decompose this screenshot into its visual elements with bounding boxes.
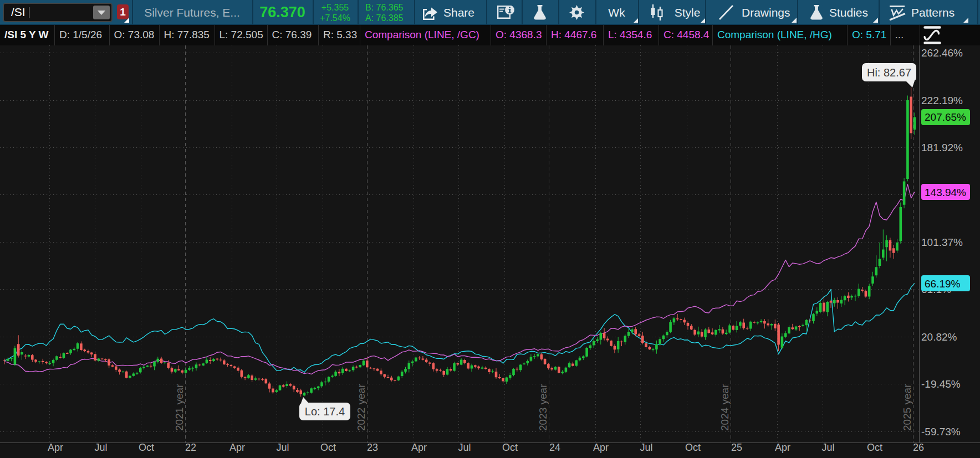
svg-text:25: 25 — [731, 442, 742, 453]
svg-text:23: 23 — [367, 442, 378, 453]
svg-text:Jul: Jul — [458, 442, 471, 453]
svg-text:Oct: Oct — [867, 442, 882, 453]
svg-text:26: 26 — [913, 442, 924, 453]
svg-text:Oct: Oct — [139, 442, 154, 453]
svg-text:Apr: Apr — [775, 442, 790, 453]
svg-text:20.82%: 20.82% — [921, 331, 957, 343]
svg-text:Apr: Apr — [593, 442, 609, 453]
svg-text:24: 24 — [549, 442, 560, 453]
svg-text:Oct: Oct — [685, 442, 701, 453]
svg-text:Jul: Jul — [276, 442, 289, 453]
svg-text:Apr: Apr — [411, 442, 427, 453]
svg-text:222.19%: 222.19% — [921, 95, 963, 106]
svg-text:2025 year: 2025 year — [901, 384, 913, 431]
svg-text:Apr: Apr — [229, 442, 245, 453]
svg-text:143.94%: 143.94% — [925, 187, 966, 198]
svg-text:262.46%: 262.46% — [921, 47, 963, 59]
svg-text:101.37%: 101.37% — [921, 236, 963, 248]
svg-text:181.92%: 181.92% — [921, 142, 963, 153]
svg-text:Jul: Jul — [821, 442, 834, 453]
svg-text:2021 year: 2021 year — [173, 384, 185, 431]
svg-text:Oct: Oct — [320, 442, 336, 453]
svg-text:Lo: 17.4: Lo: 17.4 — [305, 405, 345, 418]
svg-text:Hi: 82.67: Hi: 82.67 — [867, 66, 911, 79]
svg-text:-59.73%: -59.73% — [921, 426, 961, 438]
svg-text:2023 year: 2023 year — [537, 384, 549, 431]
svg-text:207.65%: 207.65% — [925, 111, 966, 123]
svg-text:2024 year: 2024 year — [719, 384, 731, 431]
svg-text:Oct: Oct — [502, 442, 518, 453]
svg-text:-19.45%: -19.45% — [921, 378, 961, 390]
svg-text:22: 22 — [185, 442, 196, 453]
svg-text:2022 year: 2022 year — [355, 384, 367, 431]
svg-text:Apr: Apr — [48, 442, 63, 453]
svg-text:66.19%: 66.19% — [925, 278, 961, 290]
svg-text:Jul: Jul — [640, 442, 652, 453]
svg-text:Jul: Jul — [94, 442, 107, 453]
